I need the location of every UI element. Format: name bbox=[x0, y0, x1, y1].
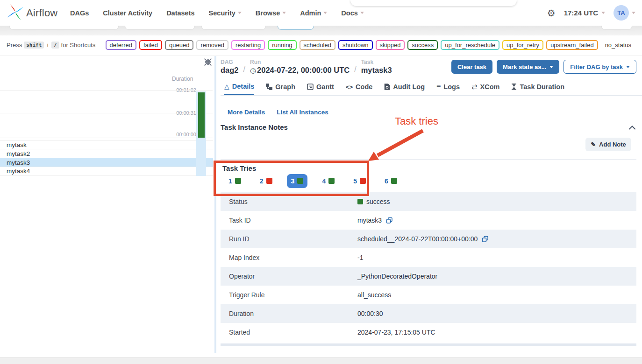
divider bbox=[0, 56, 642, 56]
panel-divider[interactable] bbox=[214, 56, 216, 353]
table-row-started: Started 2024-07-23, 17:15:05 UTC bbox=[221, 323, 636, 342]
gridline bbox=[0, 90, 213, 91]
axis-tick: 00:00:00 bbox=[167, 132, 196, 137]
tab-gantt[interactable]: Gantt bbox=[307, 81, 334, 95]
tab-logs[interactable]: ≡ Logs bbox=[436, 81, 460, 95]
table-row-map-index: Map Index -1 bbox=[221, 248, 636, 267]
chevron-down-icon bbox=[549, 66, 553, 68]
badge-queued[interactable]: queued bbox=[165, 40, 193, 50]
badge-skipped[interactable]: skipped bbox=[376, 40, 405, 50]
table-row-duration: Duration 00:00:30 bbox=[221, 304, 636, 323]
table-row-run-id: Run ID scheduled__2024-07-22T00:00:00+00… bbox=[221, 230, 636, 248]
nav-cluster-activity[interactable]: Cluster Activity bbox=[103, 9, 152, 17]
badge-removed[interactable]: removed bbox=[196, 40, 228, 50]
list-all-instances-link[interactable]: List All Instances bbox=[277, 109, 328, 116]
tab-graph[interactable]: Graph bbox=[266, 81, 295, 95]
annotation-highlight-box bbox=[214, 161, 369, 196]
tab-audit-log[interactable]: Audit Log bbox=[384, 81, 425, 95]
breadcrumb-dag[interactable]: dag2 bbox=[221, 66, 239, 75]
task-row-mytask2[interactable]: mytask2 bbox=[0, 149, 213, 158]
pencil-icon: ✎ bbox=[591, 141, 596, 148]
footer-bar bbox=[0, 357, 642, 364]
nav-browse[interactable]: Browse bbox=[256, 9, 286, 17]
run-duration-bar[interactable] bbox=[198, 92, 205, 138]
table-row-operator: Operator _PythonDecoratedOperator bbox=[221, 267, 636, 286]
mark-state-button[interactable]: Mark state as... bbox=[497, 60, 559, 74]
add-note-button[interactable]: ✎ Add Note bbox=[585, 138, 631, 151]
tab-code[interactable]: <> Code bbox=[346, 81, 372, 95]
badge-scheduled[interactable]: scheduled bbox=[300, 40, 335, 50]
chevron-down-icon bbox=[323, 12, 327, 14]
gear-icon[interactable]: ⚙ bbox=[547, 7, 556, 19]
collapse-grid-icon[interactable] bbox=[204, 58, 212, 66]
badge-running[interactable]: running bbox=[268, 40, 296, 50]
state-legend: deferred failed queued removed restartin… bbox=[106, 40, 635, 50]
task-list: mytask mytask2 mytask3 mytask4 bbox=[0, 140, 213, 175]
filter-dag-by-task-button[interactable]: Filter DAG by task bbox=[564, 60, 636, 74]
tab-bar: △ Details Graph Gantt <> bbox=[221, 81, 642, 96]
badge-shutdown[interactable]: shutdown bbox=[338, 40, 373, 50]
tab-details[interactable]: △ Details bbox=[224, 81, 254, 95]
gridline bbox=[0, 113, 213, 113]
badge-up-for-reschedule[interactable]: up_for_reschedule bbox=[441, 40, 499, 50]
badge-upstream-failed[interactable]: upstream_failed bbox=[546, 40, 598, 50]
task-instance-details-table: Status success Task ID mytask3 Run ID sc… bbox=[221, 192, 636, 342]
badge-deferred[interactable]: deferred bbox=[106, 40, 136, 50]
next-row-sliver bbox=[221, 343, 636, 346]
more-details-link[interactable]: More Details bbox=[228, 109, 265, 116]
chevron-down-icon bbox=[360, 12, 364, 14]
badge-success[interactable]: success bbox=[407, 40, 438, 50]
nav-security[interactable]: Security bbox=[209, 9, 242, 17]
badge-failed[interactable]: failed bbox=[139, 40, 162, 50]
chevron-down-icon bbox=[632, 12, 635, 14]
gridline bbox=[0, 138, 213, 138]
chevron-down-icon bbox=[626, 66, 630, 68]
task-instance-notes-title: Task Instance Notes bbox=[221, 123, 288, 131]
task-row-mytask3[interactable]: mytask3 bbox=[0, 158, 213, 167]
clear-task-button[interactable]: Clear task bbox=[451, 60, 492, 74]
task-row-mytask4[interactable]: mytask4 bbox=[0, 167, 213, 175]
nav-dags[interactable]: DAGs bbox=[70, 9, 89, 17]
airflow-grid-page: Airflow DAGs Cluster Activity Datasets S… bbox=[0, 0, 642, 364]
logs-icon: ≡ bbox=[436, 83, 441, 91]
hourglass-icon bbox=[511, 84, 517, 90]
slash-key: / bbox=[51, 42, 59, 49]
task-row-mytask[interactable]: mytask bbox=[0, 140, 213, 149]
details-icon: △ bbox=[224, 83, 229, 90]
badge-restarting[interactable]: restarting bbox=[231, 40, 265, 50]
table-row-trigger-rule: Trigger Rule all_success bbox=[221, 286, 636, 304]
annotation-arrow bbox=[364, 126, 430, 168]
nav-datasets[interactable]: Datasets bbox=[166, 9, 194, 17]
breadcrumb-run[interactable]: ◷ 2024-07-22, 00:00:00 UTC bbox=[250, 66, 350, 75]
shift-key: shift bbox=[24, 42, 44, 49]
task-try-6[interactable]: 6 bbox=[380, 174, 401, 188]
code-icon: <> bbox=[346, 84, 353, 91]
copy-icon[interactable] bbox=[386, 217, 393, 224]
tab-task-duration[interactable]: Task Duration bbox=[511, 81, 564, 95]
clock-icon: ◷ bbox=[250, 66, 256, 75]
badge-up-for-retry[interactable]: up_for_retry bbox=[502, 40, 543, 50]
success-state-square bbox=[357, 199, 363, 204]
chevron-down-icon bbox=[282, 12, 286, 14]
try-state-square bbox=[391, 178, 397, 184]
chevron-down-icon bbox=[238, 12, 242, 14]
breadcrumb-task[interactable]: mytask3 bbox=[361, 66, 392, 75]
table-row-task-id: Task ID mytask3 bbox=[221, 211, 636, 230]
tab-xcom[interactable]: ⇄ XCom bbox=[471, 81, 499, 95]
timezone-selector[interactable]: 17:24 UTC bbox=[564, 9, 605, 17]
xcom-icon: ⇄ bbox=[471, 83, 478, 91]
user-menu[interactable]: TA bbox=[613, 5, 635, 21]
copy-icon[interactable] bbox=[482, 236, 489, 243]
shortcuts-hint: Press shift + / for Shortcuts bbox=[7, 42, 95, 49]
graph-icon bbox=[266, 84, 272, 90]
breadcrumb: DAG dag2 / Run ◷ 2024-07-22, 00:00:00 UT… bbox=[221, 59, 392, 75]
duration-axis-title: Duration bbox=[172, 76, 193, 82]
avatar: TA bbox=[613, 5, 629, 21]
airflow-brand[interactable]: Airflow bbox=[7, 3, 57, 23]
audit-log-icon bbox=[384, 84, 390, 90]
nav-docs[interactable]: Docs bbox=[341, 9, 364, 17]
airflow-logo-icon bbox=[7, 3, 24, 23]
chevron-up-icon[interactable] bbox=[629, 123, 635, 132]
top-navbar: Airflow DAGs Cluster Activity Datasets S… bbox=[0, 0, 642, 26]
nav-admin[interactable]: Admin bbox=[300, 9, 327, 17]
